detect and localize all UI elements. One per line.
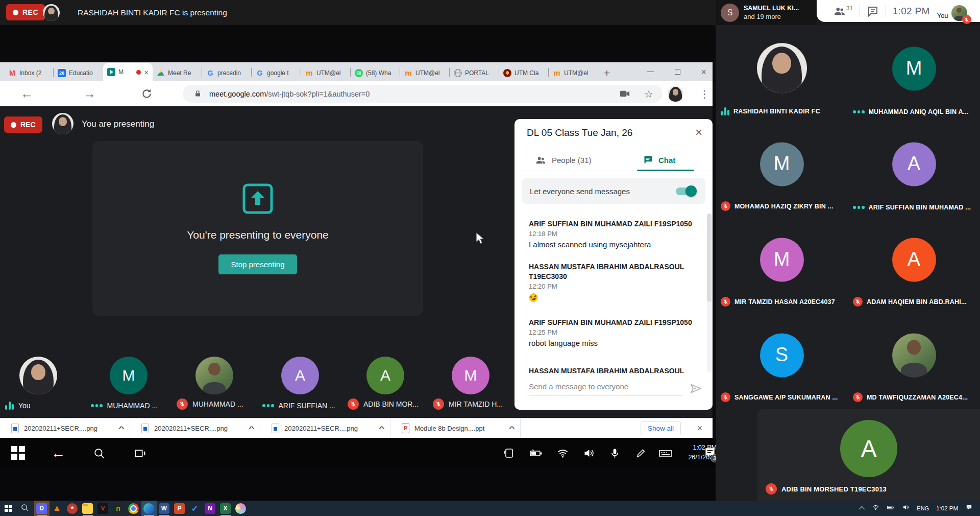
language-indicator[interactable]: ENG (917, 505, 929, 511)
allow-messages-toggle[interactable] (676, 187, 695, 195)
participant-tile[interactable]: You (0, 357, 77, 412)
powerpoint-taskbar-icon[interactable] (172, 501, 187, 516)
download-menu-caret-icon[interactable]: ^ (379, 425, 385, 432)
address-bar[interactable]: meet.google.com/swt-jtqb-sok?pli=1&authu… (183, 85, 663, 103)
browser-tab[interactable]: m UTM@el (549, 64, 598, 81)
send-message-icon[interactable] (690, 382, 702, 397)
pen-icon[interactable] (635, 447, 647, 461)
browser-tab[interactable]: M × (103, 63, 153, 81)
search-icon[interactable] (93, 447, 106, 462)
restore-icon[interactable] (675, 69, 680, 75)
browser-tab[interactable]: UTM Cla (499, 64, 549, 81)
stop-presenting-button[interactable]: Stop presenting (218, 254, 297, 274)
browser-tab[interactable]: PORTAL (450, 64, 499, 81)
close-window-icon[interactable]: × (701, 67, 706, 77)
browser-tab[interactable]: G google t (252, 64, 301, 81)
download-item[interactable]: 202020211+SECR....png ^ (260, 418, 390, 438)
excel-taskbar-icon[interactable] (218, 501, 233, 516)
browser-tab[interactable]: 58 (58) Wha (351, 64, 400, 81)
network-icon[interactable] (872, 504, 879, 513)
task-view-icon[interactable] (134, 447, 146, 462)
show-all-downloads-button[interactable]: Show all (641, 421, 681, 435)
tab-chat[interactable]: Chat (643, 149, 675, 171)
browser-tab[interactable]: M Inbox (2 (4, 64, 54, 81)
scrollbar-thumb[interactable] (707, 214, 712, 301)
download-item[interactable]: 202020211+SECR....png ^ (0, 418, 130, 438)
game-app-taskbar-icon[interactable] (95, 501, 111, 516)
speaker-icon[interactable] (902, 504, 910, 513)
back-icon[interactable]: ← (51, 438, 65, 468)
participant-tile[interactable]: M MUHAMMAD ... (86, 357, 172, 412)
tab-people[interactable]: People (31) (535, 149, 592, 171)
file-explorer-taskbar-icon[interactable] (80, 501, 95, 516)
wifi-icon[interactable] (556, 447, 569, 461)
todo-taskbar-icon[interactable] (187, 501, 203, 516)
tab-close-icon[interactable]: × (144, 68, 149, 77)
minimize-icon[interactable] (647, 72, 654, 73)
word-taskbar-icon[interactable] (157, 501, 172, 516)
forward-icon[interactable]: → (83, 81, 96, 106)
participant-tile[interactable]: MD TAWFIQUZZAMAN A20EC4... (848, 312, 980, 407)
clock[interactable]: 1:02 PM (936, 505, 958, 511)
participants-count: 31 (846, 5, 853, 11)
browser-profile-avatar[interactable] (668, 86, 683, 102)
speaker-icon[interactable] (582, 447, 595, 461)
participant-tile[interactable]: A ARIF SUFFIAN BIN MUHAMAD ... (848, 121, 980, 216)
search-icon[interactable] (20, 503, 29, 514)
chrome-taskbar-icon[interactable] (126, 501, 141, 516)
meet-top-toolbar: 31 1:02 PM You (817, 0, 980, 22)
start-button[interactable] (11, 446, 25, 460)
participant-tile[interactable]: M MIR TAMZID H... (428, 357, 513, 412)
chat-scrollbar[interactable] (707, 214, 712, 372)
participant-tile[interactable]: M MOHAMAD HAZIQ ZIKRY BIN ... (716, 121, 848, 216)
chat-message-input[interactable] (529, 377, 682, 396)
png-file-icon (272, 424, 279, 433)
touch-keyboard-icon[interactable] (658, 447, 673, 461)
participant-tile[interactable]: A ADIB BIN MOR... (342, 357, 428, 412)
satellite-app-taskbar-icon[interactable] (65, 501, 80, 516)
participant-tile[interactable]: A ADAM HAQIEM BIN ABD.RAHI... (848, 216, 980, 312)
paint-taskbar-icon[interactable] (233, 501, 249, 516)
onenote-taskbar-icon[interactable] (203, 501, 218, 516)
nvidia-taskbar-icon[interactable] (111, 501, 126, 516)
participant-tile[interactable]: M MUHAMMAD ANIQ AQIL BIN A... (848, 25, 980, 121)
tablet-mode-icon[interactable] (503, 447, 515, 461)
participant-tile[interactable]: S SANGGAWE A/P SUKUMARAN ... (716, 312, 848, 407)
battery-icon[interactable] (529, 447, 543, 461)
rec-dot-icon (11, 122, 16, 128)
browser-menu-icon[interactable]: ⋮ (699, 81, 709, 106)
browser-tab[interactable]: Meet Re (153, 64, 202, 81)
download-menu-caret-icon[interactable]: ^ (249, 425, 255, 432)
browser-tab[interactable]: G precedin (202, 64, 252, 81)
edge-taskbar-icon[interactable] (141, 501, 157, 516)
download-item[interactable]: Module 8b Design....ppt ^ (390, 418, 521, 438)
download-item[interactable]: 202020211+SECR....png ^ (130, 418, 260, 438)
participant-avatar (892, 333, 936, 377)
participant-tile[interactable]: RASHIDAH BINTI KADIR FC (716, 25, 848, 121)
discord-taskbar-icon[interactable] (34, 501, 50, 516)
new-tab-button[interactable]: + (598, 64, 616, 81)
battery-icon[interactable] (887, 504, 895, 513)
tray-expand-icon[interactable] (859, 506, 865, 512)
download-menu-caret-icon[interactable]: ^ (118, 425, 125, 432)
action-center-icon[interactable] (965, 504, 973, 513)
bookmark-star-icon[interactable]: ☆ (644, 88, 653, 100)
browser-tab[interactable]: m UTM@el (301, 64, 351, 81)
start-button[interactable] (5, 505, 12, 512)
participant-tile[interactable]: A ARIF SUFFIAN ... (257, 357, 343, 412)
browser-tab[interactable]: 26 Educatio (54, 64, 103, 81)
participant-tile[interactable]: MUHAMMAD ... (172, 357, 257, 412)
participant-tile[interactable]: A ADIB BIN MORSHED T19EC3013 (757, 409, 980, 501)
microphone-icon[interactable] (609, 447, 621, 461)
vlc-taskbar-icon[interactable] (50, 501, 65, 516)
browser-tab[interactable]: m UTM@el (400, 64, 450, 81)
chat-icon[interactable] (867, 5, 879, 17)
reload-icon[interactable] (141, 81, 153, 106)
close-downloads-bar-icon[interactable]: × (697, 418, 702, 438)
camera-active-icon[interactable] (619, 88, 631, 100)
participant-tile[interactable]: M MIR TAMZID HASAN A20EC4037 (716, 216, 848, 312)
close-panel-icon[interactable]: × (695, 125, 702, 139)
download-menu-caret-icon[interactable]: ^ (509, 425, 515, 432)
participants-button[interactable]: 31 (833, 5, 853, 18)
back-icon[interactable]: ← (20, 81, 33, 106)
